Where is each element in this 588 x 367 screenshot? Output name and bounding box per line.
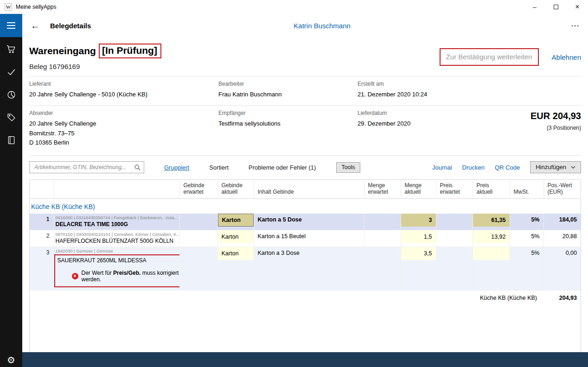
list-toolbar: Gruppiert Sortiert Probleme oder Fehler … bbox=[29, 156, 581, 179]
sidebar-item-settings[interactable]: ⚙ bbox=[5, 357, 18, 367]
filter-gruppiert[interactable]: Gruppiert bbox=[164, 164, 189, 171]
back-arrow-icon[interactable]: ← bbox=[31, 21, 40, 30]
row-error-message: × Der Wert für Preis/Geb. muss korrigier… bbox=[56, 270, 194, 283]
menge-erwartet-cell bbox=[364, 230, 401, 247]
preis-aktuell-cell[interactable]: 61,35 bbox=[473, 214, 510, 227]
lieferdatum-value: 29. Dezember 2020 bbox=[358, 119, 530, 129]
header-inhalt-gebinde[interactable]: Inhalt Gebinde bbox=[254, 180, 364, 199]
header-preis-erwartet[interactable]: Preis erwartet bbox=[436, 180, 473, 199]
maximize-icon bbox=[554, 5, 558, 9]
tools-button[interactable]: Tools bbox=[336, 162, 360, 173]
sidebar-item-prices[interactable] bbox=[5, 112, 18, 122]
filter-sortiert[interactable]: Sortiert bbox=[209, 164, 229, 171]
menge-erwartet-cell bbox=[364, 247, 401, 291]
search-input[interactable] bbox=[33, 164, 134, 171]
pos-wert-cell: 20,88 bbox=[543, 230, 581, 247]
menge-aktuell-cell[interactable]: 3 bbox=[401, 214, 436, 227]
total-block: EUR 204,93 (3 Positionen) bbox=[530, 110, 581, 148]
inhalt-gebinde-cell: Karton a 15 Beutel bbox=[254, 230, 364, 247]
error-icon: × bbox=[72, 273, 78, 279]
journal-link[interactable]: Journal bbox=[432, 164, 452, 171]
error-text: Der Wert für Preis/Geb. muss korrigiert … bbox=[82, 270, 194, 283]
gebinde-aktuell-cell[interactable]: Karton bbox=[218, 214, 254, 227]
gebinde-aktuell-cell[interactable]: Karton bbox=[218, 230, 254, 243]
empfaenger-label: Empfänger bbox=[218, 110, 358, 116]
info-row-2: Absender 20 Jahre Selly Challenge Bornit… bbox=[29, 105, 581, 156]
user-name-link[interactable]: Katrin Buschmann bbox=[294, 22, 351, 30]
drucken-link[interactable]: Drucken bbox=[462, 164, 485, 171]
sidebar-item-cart[interactable] bbox=[5, 44, 18, 54]
header-pos-wert[interactable]: Pos.-Wert (EUR) bbox=[543, 180, 581, 199]
row-number: 1 bbox=[30, 214, 54, 230]
bottom-bar bbox=[22, 352, 588, 367]
mwst-cell: 5% bbox=[510, 214, 543, 230]
header-gebinde-aktuell[interactable]: Gebinde aktuell bbox=[217, 180, 254, 199]
header-article bbox=[54, 180, 179, 199]
filter-probleme[interactable]: Probleme oder Fehler (1) bbox=[249, 164, 316, 171]
inhalt-gebinde-cell: Karton a 3 Dose bbox=[254, 247, 364, 291]
more-options-icon[interactable]: ··· bbox=[571, 22, 580, 30]
add-button-label: Hinzufügen bbox=[536, 164, 566, 171]
absender-line1: 20 Jahre Selly Challenge bbox=[29, 119, 218, 129]
status-badge: [In Prüfung] bbox=[99, 44, 161, 58]
mwst-cell: 5% bbox=[510, 247, 543, 291]
search-icon[interactable] bbox=[134, 164, 141, 171]
menge-erwartet-cell bbox=[364, 214, 401, 230]
empfaenger-field: Empfänger Testfirma sellysolutions bbox=[218, 110, 358, 148]
info-row-1: Lieferant 20 Jahre Selly Challenge - 501… bbox=[29, 76, 581, 105]
tag-icon bbox=[6, 113, 16, 122]
table-row-1[interactable]: 1 0416050 | 03116430256744 | Feingebäck … bbox=[30, 214, 581, 230]
preis-erwartet-cell bbox=[436, 247, 473, 291]
maximize-button[interactable] bbox=[545, 0, 567, 14]
titlebar: W Meine sellyApps – × bbox=[0, 0, 588, 14]
article-meta: 1942030 | Gemüse | Gemüse bbox=[54, 247, 179, 253]
qr-code-link[interactable]: QR Code bbox=[495, 164, 520, 171]
table-row-3[interactable]: 3 1942030 | Gemüse | Gemüse SAUERKRAUT 2… bbox=[30, 247, 581, 291]
add-button[interactable]: Hinzufügen bbox=[530, 161, 581, 173]
article-meta: 0416050 | 03116430256744 | Feingebäck | … bbox=[54, 214, 179, 220]
sidebar-item-statistics[interactable] bbox=[5, 89, 18, 100]
sidebar-item-tasks[interactable] bbox=[5, 67, 18, 77]
preis-aktuell-cell[interactable]: 13,92 bbox=[473, 230, 510, 243]
menge-aktuell-cell[interactable]: 1,5 bbox=[401, 230, 436, 243]
header-menge-aktuell[interactable]: Menge aktuell bbox=[401, 180, 436, 199]
row-number: 2 bbox=[30, 230, 54, 247]
header-preis-aktuell[interactable]: Preis aktuell bbox=[473, 180, 510, 199]
header-gebinde-erwartet[interactable]: Gebinde erwartet bbox=[179, 180, 217, 199]
document-number: Beleg 16796169 bbox=[29, 63, 161, 70]
pie-chart-icon bbox=[6, 90, 16, 100]
article-name: HAFERFLOCKEN BLÜTENZART 500G KÖLLN bbox=[54, 237, 179, 247]
gebinde-erwartet-cell bbox=[179, 247, 217, 291]
header-mwst[interactable]: MwSt. bbox=[510, 180, 543, 199]
absender-field: Absender 20 Jahre Selly Challenge Bornit… bbox=[29, 110, 218, 148]
cart-icon bbox=[6, 44, 16, 54]
reject-button[interactable]: Ablehnen bbox=[552, 53, 581, 61]
preis-aktuell-cell[interactable] bbox=[473, 247, 510, 260]
gebinde-aktuell-cell[interactable]: Karton bbox=[218, 247, 254, 260]
header-menge-erwartet[interactable]: Menge erwartet bbox=[364, 180, 401, 199]
header-num bbox=[30, 180, 54, 199]
absender-line2: Bornitzstr. 73–75 bbox=[29, 129, 218, 139]
menge-aktuell-cell[interactable]: 3,5 bbox=[401, 247, 436, 260]
content: Wareneingang [In Prüfung] Beleg 16796169… bbox=[22, 37, 588, 352]
chevron-down-icon bbox=[571, 166, 575, 169]
close-button[interactable]: × bbox=[567, 0, 588, 14]
preis-erwartet-cell bbox=[436, 230, 473, 247]
lieferdatum-label: Lieferdatum bbox=[358, 110, 530, 116]
error-annotation-box: SAUERKRAUT 2650ML MILDESSA × Der Wert fü… bbox=[54, 254, 199, 287]
sidebar-item-journal[interactable] bbox=[5, 135, 18, 145]
hamburger-menu-button[interactable] bbox=[0, 14, 22, 37]
minimize-button[interactable]: – bbox=[524, 0, 545, 14]
sidebar-items bbox=[5, 37, 18, 357]
erstellt-label: Erstellt am bbox=[358, 81, 581, 87]
footer-group-label: Küche KB (Küche KB) bbox=[30, 291, 543, 306]
footer-group-total: 204,93 bbox=[543, 291, 581, 306]
table-row-2[interactable]: 2 0870150 | 04000540210101 | Cerealien, … bbox=[30, 230, 581, 247]
document-header: Wareneingang [In Prüfung] Beleg 16796169… bbox=[29, 37, 581, 76]
group-footer-row: Küche KB (Küche KB) 204,93 bbox=[30, 291, 581, 306]
bearbeiter-field: Bearbeiter Frau Katrin Buschmann bbox=[218, 81, 358, 100]
forward-button[interactable]: Zur Bestätigung weiterleiten bbox=[446, 53, 532, 61]
absender-line3: D 10365 Berlin bbox=[29, 138, 218, 148]
erstellt-field: Erstellt am 21. Dezember 2020 10:24 bbox=[358, 81, 581, 100]
sidebar: ⚙ bbox=[0, 14, 22, 367]
